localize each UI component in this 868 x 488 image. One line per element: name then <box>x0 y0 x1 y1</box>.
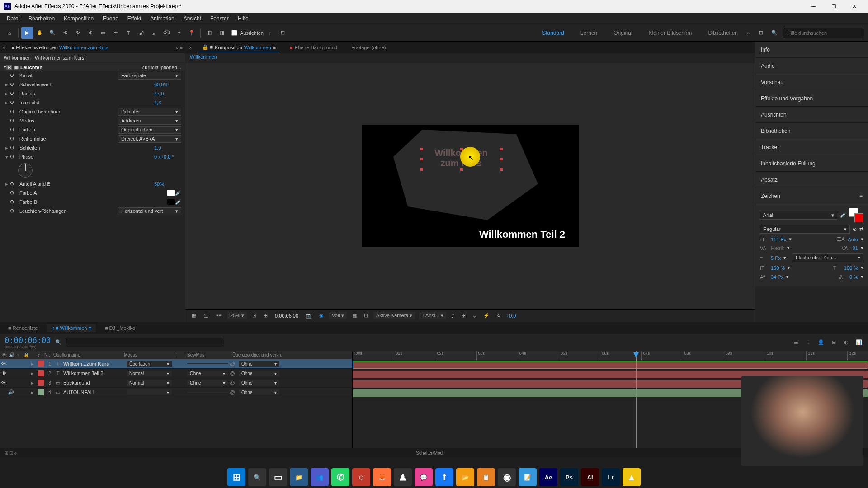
taskbar-facebook-icon[interactable]: f <box>435 468 453 486</box>
3d-icon[interactable]: ⊡ <box>362 312 370 319</box>
layer-tab[interactable]: ■ Ebene Background <box>286 43 341 52</box>
snapshot-icon[interactable]: 📷 <box>304 312 314 319</box>
reihenfolge-dropdown[interactable]: Dreieck A>B>A▾ <box>118 135 181 143</box>
audio-col-icon[interactable]: 🔊 <box>7 352 14 357</box>
comp-tab[interactable]: 🔒 ■ Komposition Willkommen ≡ <box>198 43 279 52</box>
reset-link[interactable]: Zurück <box>142 65 157 70</box>
zoom-dropdown[interactable]: 25% ▾ <box>227 312 247 319</box>
res-auto-icon[interactable]: ⊡ <box>250 312 258 319</box>
switches-mode-toggle[interactable]: Schalter/Modi <box>416 450 443 455</box>
parent-dropdown[interactable]: Ohne▾ <box>239 361 279 367</box>
roto-tool[interactable]: ✦ <box>173 27 185 39</box>
original-dropdown[interactable]: Dahinter▾ <box>118 108 181 116</box>
menu-animation[interactable]: Animation <box>146 14 179 23</box>
stroke-value[interactable]: 5 Px <box>771 255 781 261</box>
options-link[interactable]: Optionen... <box>157 65 181 70</box>
anchor-tool[interactable]: ⊕ <box>85 27 96 39</box>
layer-label[interactable] <box>38 389 44 395</box>
workspace-gear-icon[interactable]: ⊞ <box>755 27 767 39</box>
schleifen-value[interactable]: 1,0 <box>154 145 181 150</box>
phase-dial[interactable] <box>18 163 33 178</box>
blend-mode-dropdown[interactable]: Überlagern▾ <box>127 361 172 367</box>
taskbar-teams-icon[interactable]: 👥 <box>311 468 329 486</box>
visibility-toggle[interactable]: 👁 <box>0 371 7 376</box>
pixel-aspect-icon[interactable]: ⟐ <box>471 312 478 319</box>
panel-tab-effekte-und-vorgaben[interactable]: Effekte und Vorgaben <box>755 90 868 107</box>
layer-bar[interactable] <box>353 361 868 369</box>
panel-tab-audio[interactable]: Audio <box>755 58 868 74</box>
timeline-timecode[interactable]: 0:00:06:00 <box>5 336 51 345</box>
clone-tool[interactable]: ⟁ <box>148 27 160 39</box>
audio-toggle[interactable]: 🔊 <box>7 389 14 395</box>
timecode-display[interactable]: 0:00:06:00 <box>273 312 300 319</box>
guides-icon[interactable]: 👓 <box>214 312 224 319</box>
pen-tool[interactable]: ✒ <box>110 27 122 39</box>
close-button[interactable]: ✕ <box>844 0 864 13</box>
farben-dropdown[interactable]: Originalfarben▾ <box>118 126 181 134</box>
blend-mode-dropdown[interactable]: Normal▾ <box>127 371 172 376</box>
shape-stroke-icon[interactable]: ◨ <box>216 27 228 39</box>
footage-tab[interactable]: Footage (ohne) <box>348 43 389 52</box>
eyedropper-a-icon[interactable]: 💉 <box>175 190 181 196</box>
parent-pickwhip-icon[interactable]: @ <box>228 380 237 385</box>
menu-komposition[interactable]: Komposition <box>59 14 98 23</box>
effect-title-row[interactable]: ▾ fx ▣ Leuchten Zurück Optionen... <box>0 63 185 71</box>
roi-icon[interactable]: ⊞ <box>262 312 269 319</box>
richtung-dropdown[interactable]: Horizontal und vert▾ <box>118 207 181 215</box>
kerning-value[interactable]: Metrik <box>771 245 784 251</box>
help-search-input[interactable] <box>783 28 864 38</box>
puppet-tool[interactable]: 📍 <box>186 27 198 39</box>
panel-menu-icon[interactable]: ≡ <box>859 193 863 199</box>
taskbar-firefox-icon[interactable]: 🦊 <box>373 468 391 486</box>
trkmat-dropdown[interactable]: Ohne▾ <box>187 380 228 386</box>
eyedropper-b-icon[interactable]: 💉 <box>175 199 181 205</box>
tracking-value[interactable]: 91 <box>853 245 858 251</box>
effect-controls-tab[interactable]: ■ Effekteinstellungen Willkommen zum Kur… <box>9 43 111 52</box>
blend-mode-dropdown[interactable]: Normal▾ <box>127 380 172 386</box>
eyedropper-icon[interactable]: 💉 <box>840 212 846 218</box>
comp-flowchart-icon[interactable]: ⇶ <box>791 338 800 347</box>
font-dropdown[interactable]: Arial▾ <box>760 211 837 220</box>
panel-tab-vorschau[interactable]: Vorschau <box>755 74 868 90</box>
taskbar-ae-icon[interactable]: Ae <box>539 468 557 486</box>
refresh-icon[interactable]: ↻ <box>495 312 503 319</box>
panel-tab-tracker[interactable]: Tracker <box>755 139 868 155</box>
panel-tab-ausrichten[interactable]: Ausrichten <box>755 107 868 123</box>
leading-value[interactable]: Auto <box>848 237 858 242</box>
visibility-toggle[interactable]: 👁 <box>0 380 7 385</box>
phase-value[interactable]: 0 x+0,0 ° <box>154 154 181 160</box>
farbeB-swatch[interactable] <box>167 199 175 205</box>
camera-dropdown[interactable]: Aktive Kamera ▾ <box>373 312 415 319</box>
rotate-tool[interactable]: ↻ <box>72 27 84 39</box>
parent-dropdown[interactable]: Ohne▾ <box>239 389 279 395</box>
layer-label[interactable] <box>38 361 44 367</box>
taskbar-whatsapp-icon[interactable]: ✆ <box>331 468 349 486</box>
shy-icon[interactable]: 👤 <box>816 338 826 347</box>
layer-label[interactable] <box>38 380 44 386</box>
text-color-swatches[interactable] <box>849 208 863 222</box>
menu-datei[interactable]: Datei <box>2 14 24 23</box>
tsume-value[interactable]: 0 % <box>849 274 858 280</box>
menu-hilfe[interactable]: Hilfe <box>233 14 253 23</box>
snap-checkbox[interactable] <box>231 30 237 36</box>
menu-bearbeiten[interactable]: Bearbeiten <box>24 14 59 23</box>
blend-mode-dropdown[interactable]: ▾ <box>127 389 172 395</box>
graph-icon[interactable]: 📊 <box>854 338 863 347</box>
text-tool[interactable]: T <box>123 27 134 39</box>
taskbar-ps-icon[interactable]: Ps <box>560 468 578 486</box>
frame-blend-icon[interactable]: ⊞ <box>829 338 838 347</box>
workspace-original[interactable]: Original <box>610 28 636 38</box>
layer-row[interactable]: 👁 ▸ 3 ▭ Background Normal▾ Ohne▾ @ Ohne▾ <box>0 378 352 388</box>
parent-dropdown[interactable]: Ohne▾ <box>239 380 279 386</box>
taskbar-taskview-icon[interactable]: ▭ <box>269 468 287 486</box>
menu-ebene[interactable]: Ebene <box>98 14 123 23</box>
panel-tab-info[interactable]: Info <box>755 42 868 58</box>
vscale-value[interactable]: 100 % <box>771 265 785 271</box>
alpha-icon[interactable]: ▦ <box>190 312 198 319</box>
intensitaet-value[interactable]: 1,6 <box>154 100 181 105</box>
taskbar-ai-icon[interactable]: Ai <box>581 468 599 486</box>
taskbar-messenger-icon[interactable]: 💬 <box>415 468 433 486</box>
solo-col-icon[interactable]: ○ <box>14 352 22 357</box>
comp-breadcrumb[interactable]: Willkommen <box>185 53 755 63</box>
comp-canvas[interactable]: Willkommenzum Kurs Willkommen Teil 2 <box>362 125 579 247</box>
